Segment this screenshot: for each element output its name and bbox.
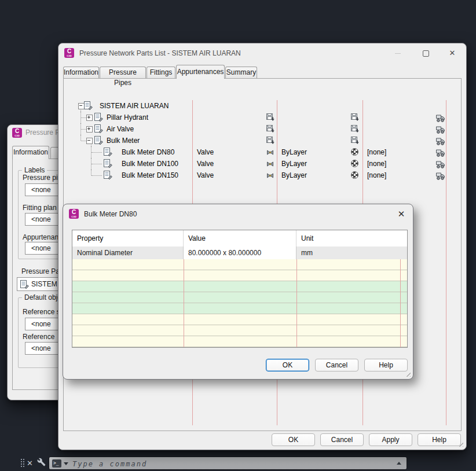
appurtenance-label: Appurtenan — [23, 233, 58, 241]
help-button[interactable]: Help — [364, 359, 408, 371]
apply-button[interactable]: Apply — [369, 433, 412, 446]
parts-list-icon — [83, 101, 93, 113]
reference-alignment-label: Reference — [23, 333, 54, 341]
tab-summary[interactable]: Summary — [225, 67, 257, 78]
pay-item-icon[interactable] — [435, 149, 445, 160]
parts-list-icon — [103, 171, 112, 183]
ok-button[interactable]: OK — [266, 359, 309, 371]
command-palette-drag-handle[interactable] — [20, 458, 25, 468]
maximize-icon — [423, 50, 429, 57]
close-command-palette-icon[interactable]: ✕ — [27, 458, 33, 468]
command-options-caret-icon[interactable] — [64, 462, 68, 465]
civil3d-logo-icon: C C3D — [64, 48, 74, 58]
labels-group-title: Labels — [22, 166, 47, 174]
bulk-meter-dn80-dialog: C C3D Bulk Meter DN80 ✕ Property Value U… — [63, 204, 413, 380]
tab-information[interactable]: Information — [12, 146, 49, 159]
empty-row[interactable] — [72, 292, 407, 303]
close-button[interactable]: ✕ — [396, 208, 407, 220]
grid-line — [184, 259, 184, 347]
pressure-parts-list-label: Pressure Par — [21, 267, 62, 275]
pay-item-icon[interactable] — [435, 126, 445, 137]
valve-icon — [266, 171, 274, 183]
empty-row[interactable] — [72, 325, 407, 336]
property-value-cell[interactable]: 80.000000 x 80.000000 — [184, 246, 296, 259]
customize-wrench-icon[interactable] — [37, 458, 46, 468]
parts-list-icon — [20, 280, 29, 291]
grid-line — [446, 100, 446, 425]
fitting-plan-label: Fitting plan — [23, 204, 57, 212]
table-header: Property Value Unit — [72, 230, 407, 247]
tree-expand-toggle[interactable] — [86, 126, 93, 133]
pay-item-icon[interactable] — [435, 137, 445, 149]
tree-expand-toggle[interactable] — [86, 115, 93, 121]
pay-item-icon[interactable] — [435, 114, 445, 126]
valve-icon — [266, 148, 274, 160]
parts-list-icon — [94, 124, 103, 137]
command-prompt-icon[interactable]: >_ — [52, 459, 61, 468]
dialog-title: Bulk Meter DN80 — [84, 210, 137, 218]
pay-item-icon[interactable] — [435, 160, 445, 172]
minimize-button[interactable] — [390, 47, 406, 60]
property-row[interactable]: Nominal Diameter 80.000000 x 80.000000 m… — [72, 246, 407, 260]
empty-row[interactable] — [72, 259, 407, 270]
help-button[interactable]: Help — [418, 433, 461, 446]
close-icon: ✕ — [449, 49, 456, 57]
dialog-title: Pressure Network Parts List - SISTEM AIR… — [79, 49, 241, 57]
parts-list-icon — [94, 113, 103, 125]
parts-list-icon — [94, 136, 103, 148]
maximize-button[interactable] — [418, 47, 434, 60]
grid-line — [400, 259, 401, 347]
render-material-sphere-icon — [351, 148, 358, 156]
empty-row[interactable] — [72, 270, 407, 281]
style-picker-icon[interactable] — [266, 113, 274, 125]
empty-row[interactable] — [72, 281, 407, 292]
cancel-button[interactable]: Cancel — [315, 359, 358, 371]
render-material-picker-icon[interactable] — [351, 125, 359, 137]
style-picker-icon[interactable] — [266, 137, 274, 148]
property-name-cell: Nominal Diameter — [72, 246, 184, 259]
style-picker-icon[interactable] — [266, 125, 274, 137]
properties-table: Property Value Unit Nominal Diameter 80.… — [72, 230, 408, 348]
parts-list-icon — [103, 159, 112, 171]
tab-pressure-pipes[interactable]: Pressure Pipes — [100, 67, 146, 78]
grid-line — [296, 259, 297, 347]
application-window: C C3D Pressure Pi Information La Labels … — [0, 0, 476, 471]
expand-history-caret-icon[interactable] — [397, 462, 401, 465]
close-icon: ✕ — [398, 209, 405, 219]
ok-button[interactable]: OK — [272, 433, 315, 446]
property-unit-cell: mm — [296, 246, 407, 259]
command-line-bar[interactable]: >_ — [49, 457, 407, 470]
render-material-picker-icon[interactable] — [351, 137, 359, 148]
tab-fittings[interactable]: Fittings — [147, 67, 175, 78]
empty-row[interactable] — [72, 314, 407, 325]
column-header-value[interactable]: Value — [184, 230, 296, 246]
civil3d-logo-icon: C C3D — [69, 209, 79, 219]
command-input[interactable] — [71, 457, 386, 470]
empty-row[interactable] — [72, 303, 407, 314]
tree-collapse-toggle[interactable] — [86, 138, 93, 144]
cancel-button[interactable]: Cancel — [320, 433, 364, 446]
render-material-sphere-icon — [351, 171, 358, 179]
dialog-title: Pressure Pi — [25, 128, 61, 137]
valve-icon — [266, 160, 274, 171]
render-material-picker-icon[interactable] — [351, 113, 359, 125]
civil3d-logo-icon: C C3D — [12, 128, 22, 138]
close-button[interactable]: ✕ — [444, 47, 460, 60]
reference-surface-label: Reference s — [23, 308, 60, 316]
column-header-unit[interactable]: Unit — [296, 230, 407, 246]
render-material-sphere-icon — [351, 160, 358, 167]
column-header-property[interactable]: Property — [72, 230, 184, 246]
pressure-pipe-label: Pressure pi — [23, 174, 58, 182]
minimize-icon — [395, 53, 401, 54]
pay-item-icon[interactable] — [435, 172, 445, 183]
empty-row[interactable] — [72, 336, 407, 347]
tab-information[interactable]: Information — [63, 67, 99, 78]
tab-appurtenances[interactable]: Appurtenances — [176, 65, 225, 79]
parts-list-icon — [103, 148, 112, 160]
